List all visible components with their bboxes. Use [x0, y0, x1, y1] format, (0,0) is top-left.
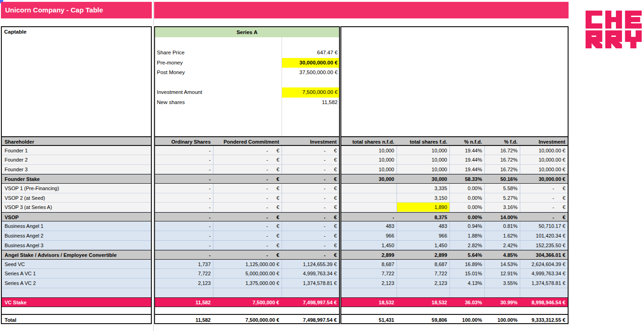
value-cell[interactable]: 1,124,655.39 €	[282, 260, 339, 269]
column-header[interactable]: Investment	[282, 137, 339, 145]
value-cell[interactable]: - €	[282, 231, 339, 241]
row-label-cell[interactable]: VSOP 2 (at Seed)	[2, 193, 151, 203]
value-cell[interactable]: - €	[282, 193, 339, 203]
value-cell[interactable]: 5,000,000.00 €	[213, 269, 282, 279]
value-cell[interactable]: - €	[282, 241, 339, 250]
value-cell[interactable]: 2.82%	[449, 241, 484, 250]
value-cell[interactable]: -	[155, 193, 213, 203]
value-cell[interactable]: 50,710.17 €	[520, 221, 568, 231]
value-cell[interactable]: - €	[213, 184, 282, 193]
row-label-cell[interactable]: VSOP 1 (Pre-Financing)	[2, 184, 151, 193]
row-label-cell[interactable]	[2, 307, 151, 314]
value-cell[interactable]: 4.13%	[449, 279, 484, 288]
value-cell[interactable]: - €	[213, 241, 282, 250]
value-cell[interactable]: 1,450	[397, 241, 449, 250]
value-cell[interactable]: 2,123	[341, 279, 397, 288]
value-cell[interactable]: 7,500,000 €	[213, 298, 282, 307]
value-cell[interactable]: 7,498,997.54 €	[282, 298, 339, 307]
value-cell[interactable]	[213, 307, 282, 314]
column-header[interactable]: % f.d.	[484, 137, 520, 145]
value-cell[interactable]	[341, 184, 397, 193]
value-cell[interactable]: - €	[213, 231, 282, 241]
row-label-cell[interactable]: Angel Stake / Advisors / Employee Conver…	[2, 250, 151, 259]
value-cell[interactable]: 2,624,604.39 €	[520, 260, 568, 269]
series-row-label[interactable]: Investment Amount	[157, 87, 202, 98]
value-cell[interactable]: 101,420.34 €	[520, 231, 568, 241]
value-cell[interactable]: 10,000	[341, 165, 397, 174]
value-cell[interactable]: 0.00%	[449, 213, 484, 221]
row-label-cell[interactable]: Business Angel 1	[2, 221, 151, 231]
row-label-cell[interactable]: Business Angel 3	[2, 241, 151, 250]
value-cell[interactable]: 30,000	[397, 174, 449, 183]
value-cell[interactable]	[484, 288, 520, 298]
value-cell[interactable]: 0.00%	[449, 193, 484, 203]
column-header[interactable]: Ordinary Shares	[155, 137, 213, 145]
value-cell[interactable]: -	[155, 221, 213, 231]
value-cell[interactable]: 11,582	[155, 298, 213, 307]
value-cell[interactable]: 3,150	[397, 193, 449, 203]
value-cell[interactable]: - €	[213, 146, 282, 156]
value-cell[interactable]: -	[155, 165, 213, 174]
value-cell[interactable]: 5.64%	[449, 250, 484, 259]
value-cell[interactable]: -	[155, 146, 213, 156]
value-cell[interactable]	[155, 288, 213, 298]
value-cell[interactable]: - €	[520, 213, 568, 221]
row-label-cell[interactable]: Series A VC 2	[2, 279, 151, 288]
value-cell[interactable]: 0.00%	[449, 184, 484, 193]
value-cell[interactable]	[341, 203, 397, 212]
value-cell[interactable]: 0.81%	[484, 221, 520, 231]
row-label-cell[interactable]: VSOP 3 (at Series A)	[2, 203, 151, 212]
value-cell[interactable]: 1,737	[155, 260, 213, 269]
column-header[interactable]: Shareholder	[2, 137, 151, 145]
value-cell[interactable]: 16.72%	[484, 146, 520, 156]
value-cell[interactable]: - €	[282, 213, 339, 221]
value-cell[interactable]: -	[155, 203, 213, 212]
value-cell[interactable]: 8,687	[341, 260, 397, 269]
value-cell[interactable]: 1,125,000.00 €	[213, 260, 282, 269]
value-cell[interactable]: 3.55%	[484, 279, 520, 288]
value-cell[interactable]: - €	[282, 250, 339, 259]
value-cell[interactable]: 304,366.01 €	[520, 250, 568, 259]
value-cell[interactable]: 10,000.00 €	[520, 146, 568, 156]
value-cell[interactable]: 966	[341, 231, 397, 241]
value-cell[interactable]: 15.01%	[449, 269, 484, 279]
value-cell[interactable]: - €	[282, 203, 339, 212]
value-cell[interactable]: 0.94%	[449, 221, 484, 231]
value-cell[interactable]: - €	[282, 155, 339, 165]
value-cell[interactable]	[449, 288, 484, 298]
value-cell[interactable]: -	[155, 213, 213, 221]
value-cell[interactable]	[282, 307, 339, 314]
value-cell[interactable]: - €	[213, 165, 282, 174]
value-cell[interactable]: 1,374,578.81 €	[520, 279, 568, 288]
value-cell[interactable]: - €	[282, 221, 339, 231]
value-cell[interactable]: 19.44%	[449, 155, 484, 165]
value-cell[interactable]: 1.88%	[449, 231, 484, 241]
value-cell[interactable]: 7,722	[155, 269, 213, 279]
value-cell[interactable]	[520, 288, 568, 298]
value-cell[interactable]	[213, 288, 282, 298]
value-cell[interactable]: 2,123	[155, 279, 213, 288]
value-cell[interactable]: 14.53%	[484, 260, 520, 269]
value-cell[interactable]: -	[155, 250, 213, 259]
value-cell[interactable]: - €	[213, 250, 282, 259]
value-cell[interactable]	[520, 307, 568, 314]
value-cell[interactable]: 8,998,946.54 €	[520, 298, 568, 307]
value-cell[interactable]: 19.44%	[449, 165, 484, 174]
row-label-cell[interactable]: Seed VC	[2, 260, 151, 269]
value-cell[interactable]: 14.00%	[484, 213, 520, 221]
column-header[interactable]: Pondered Commitment	[213, 137, 282, 145]
value-cell[interactable]: -	[341, 213, 397, 221]
value-cell[interactable]: -	[155, 184, 213, 193]
value-cell[interactable]	[341, 307, 397, 314]
value-cell[interactable]: - €	[520, 203, 568, 212]
value-cell[interactable]: 16.72%	[484, 155, 520, 165]
value-cell[interactable]: - €	[520, 193, 568, 203]
series-row-value[interactable]: 11,582	[282, 98, 339, 108]
value-cell[interactable]: 12.91%	[484, 269, 520, 279]
series-row-value[interactable]: 7,500,000.00 €	[282, 87, 339, 98]
value-cell[interactable]: 51,431	[341, 315, 397, 323]
value-cell[interactable]: 10,000.00 €	[520, 165, 568, 174]
series-row-label[interactable]: New shares	[157, 98, 185, 108]
value-cell[interactable]: 1,450	[341, 241, 397, 250]
value-cell[interactable]: 3,335	[397, 184, 449, 193]
